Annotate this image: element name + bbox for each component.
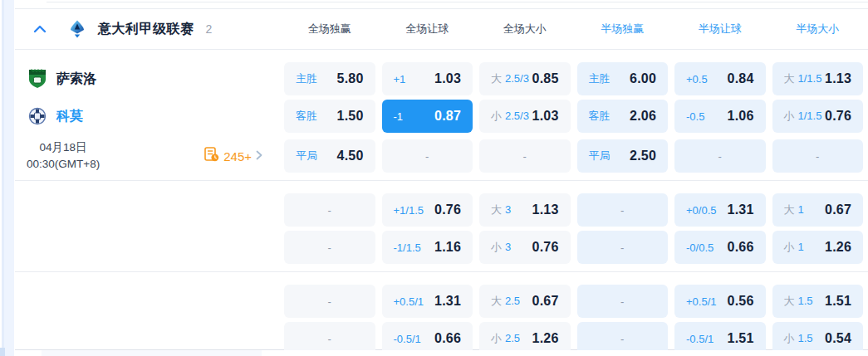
odds-cell[interactable]: -10.87	[382, 100, 473, 133]
column-header-half-overunder: 半场大小	[772, 22, 864, 37]
odds-value: 1.16	[434, 240, 461, 255]
empty-odds-cell: -	[577, 285, 669, 318]
odds-value: 5.80	[337, 71, 364, 86]
odds-cell[interactable]: 客胜2.06	[577, 100, 669, 133]
overunder-label: 大2.5	[491, 294, 520, 309]
odds-cell[interactable]: 平局4.50	[284, 139, 375, 173]
column-header-full-handicap: 全场让球	[382, 22, 473, 37]
odds-row-draw: 04月18日 00:30(GMT+8) 245+	[15, 139, 868, 173]
odds-cell[interactable]: 大1.51.51	[772, 285, 864, 318]
overunder-side: 小	[784, 331, 795, 346]
odds-label: +0.5/1	[394, 295, 424, 308]
home-team-logo-icon	[28, 69, 47, 89]
odds-cell[interactable]: 大10.67	[772, 193, 864, 227]
overunder-label: 小3	[491, 240, 511, 255]
odds-value: 0.85	[532, 71, 559, 86]
odds-label: -0.5	[686, 110, 704, 123]
odds-cell[interactable]: 客胜1.50	[284, 100, 375, 133]
odds-cell[interactable]: +0/0.51.31	[674, 193, 766, 227]
odds-label: +0.5	[686, 73, 708, 85]
overunder-label: 小1.5	[784, 331, 813, 346]
overunder-label: 小1/1.5	[784, 109, 822, 124]
odds-cell[interactable]: 小30.76	[479, 231, 571, 264]
home-team-name: 萨索洛	[56, 71, 96, 88]
odds-cell[interactable]: +1/1.50.76	[382, 193, 473, 227]
page-left-strip	[0, 0, 14, 356]
overunder-side: 小	[784, 109, 795, 124]
odds-cell[interactable]: 小11.26	[772, 231, 864, 264]
odds-cell[interactable]: -0.51.06	[674, 100, 766, 133]
overunder-label: 小1	[784, 240, 804, 255]
league-logo-icon	[68, 20, 86, 38]
odds-label: -0.5/1	[686, 333, 714, 345]
no-odds-dash: -	[328, 241, 331, 254]
overunder-line: 3	[505, 203, 511, 216]
odds-cell[interactable]: 小2.5/31.03	[479, 100, 571, 133]
odds-value: 1.06	[728, 109, 754, 124]
more-markets-link[interactable]: 245+	[204, 147, 262, 165]
match-date: 04月18日	[27, 139, 100, 156]
overunder-label: 大1	[784, 202, 804, 217]
odds-label: 客胜	[296, 109, 317, 124]
odds-cell[interactable]: +0.5/10.56	[674, 285, 766, 318]
left-strip-notch	[0, 348, 5, 356]
no-odds-dash: -	[620, 295, 624, 308]
column-header-half-handicap: 半场让球	[674, 22, 766, 37]
odds-cell[interactable]: -0/0.50.66	[674, 231, 766, 264]
overunder-side: 大	[784, 202, 795, 217]
overunder-label: 大1/1.5	[784, 71, 822, 86]
column-header-full-overunder: 全场大小	[479, 22, 571, 37]
away-team-logo-icon	[28, 106, 47, 126]
odds-cell[interactable]: 大31.13	[479, 193, 571, 227]
odds-cell[interactable]: 小1/1.50.76	[772, 100, 864, 133]
odds-value: 1.03	[532, 109, 559, 124]
no-odds-dash: -	[620, 241, 624, 254]
no-odds-dash: -	[328, 295, 331, 308]
odds-label: 主胜	[589, 71, 611, 86]
odds-cell[interactable]: 主胜5.80	[284, 62, 375, 95]
odds-cell[interactable]: 大1/1.51.13	[772, 62, 864, 95]
odds-value: 0.76	[825, 109, 851, 124]
odds-label: -1/1.5	[394, 241, 421, 254]
odds-cell[interactable]: -1/1.51.16	[382, 231, 473, 264]
team-row-home[interactable]: 萨索洛	[15, 62, 277, 95]
odds-cell[interactable]: 主胜6.00	[577, 62, 669, 95]
odds-group-main: 萨索洛 主胜5.80+11.03大2.5/30.85主胜6.00+0.50.84…	[15, 50, 868, 181]
odds-cell[interactable]: +0.50.84	[674, 62, 766, 95]
previous-card-border	[47, 2, 868, 2]
team-row-away[interactable]: 科莫	[15, 100, 277, 133]
odds-value: 0.76	[532, 240, 559, 255]
odds-group-alt-1: -+1/1.50.76大31.13-+0/0.51.31大10.67 --1/1…	[15, 181, 868, 272]
league-title: 意大利甲级联赛	[98, 21, 194, 38]
no-odds-dash: -	[328, 204, 331, 217]
odds-cell[interactable]: 大2.50.67	[479, 285, 571, 318]
chevron-up-icon	[33, 22, 47, 37]
odds-cell[interactable]: 平局2.50	[577, 139, 669, 173]
empty-odds-cell: -	[382, 139, 473, 173]
odds-label: +1/1.5	[394, 204, 424, 217]
overunder-line: 1	[798, 203, 804, 216]
empty-odds-cell: -	[577, 231, 669, 264]
chevron-right-icon	[256, 149, 262, 163]
overunder-line: 2.5/3	[505, 110, 529, 122]
odds-cell[interactable]: 大2.5/30.85	[479, 62, 571, 95]
odds-value: 6.00	[630, 71, 656, 86]
overunder-line: 1.5	[798, 332, 813, 344]
odds-label: 客胜	[589, 109, 611, 124]
odds-row-home: 萨索洛 主胜5.80+11.03大2.5/30.85主胜6.00+0.50.84…	[15, 62, 868, 95]
odds-label: +0/0.5	[686, 204, 717, 217]
collapse-button[interactable]	[25, 15, 55, 43]
no-odds-dash: -	[816, 150, 819, 163]
overunder-side: 小	[491, 109, 502, 124]
match-info-cell: 04月18日 00:30(GMT+8) 245+	[15, 139, 277, 173]
empty-odds-cell: -	[772, 139, 864, 173]
odds-value: 1.51	[825, 294, 851, 309]
overunder-side: 小	[491, 331, 502, 346]
odds-label: +1	[394, 73, 406, 85]
overunder-side: 小	[784, 240, 795, 255]
odds-cell[interactable]: +0.5/11.31	[382, 285, 473, 318]
no-odds-dash: -	[718, 150, 722, 163]
column-header-half-1x2: 半场独赢	[577, 22, 669, 37]
overunder-line: 2.5	[505, 332, 520, 344]
odds-cell[interactable]: +11.03	[382, 62, 473, 95]
